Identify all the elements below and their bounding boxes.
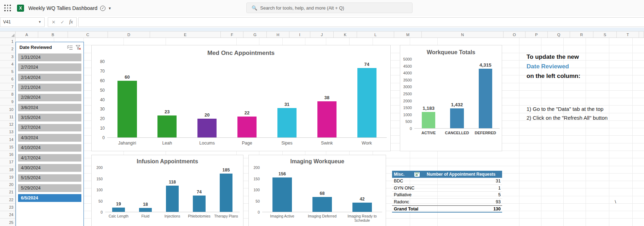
column-header-N[interactable]: N: [422, 32, 504, 38]
column-header-T[interactable]: T: [617, 32, 639, 38]
select-all-corner[interactable]: [0, 32, 16, 38]
pivot-row-GYN ONC[interactable]: GYN ONC1: [392, 185, 502, 192]
document-title[interactable]: Weekly WQ Tallies Dashboard: [28, 5, 97, 11]
row-header-11[interactable]: 11: [0, 113, 15, 121]
chart-infusion-appointments[interactable]: Infusion Appointments 200150100500 19181…: [91, 155, 243, 226]
row-header-9[interactable]: 9: [0, 98, 15, 106]
pivot-row-Radonc[interactable]: Radonc93: [392, 199, 502, 206]
bar-Fluid[interactable]: [139, 208, 152, 212]
column-header-I[interactable]: I: [289, 32, 310, 38]
slicer-item-4/10/2024[interactable]: 4/10/2024: [18, 144, 81, 152]
formula-input[interactable]: [78, 17, 644, 27]
bar-Swink[interactable]: [317, 101, 337, 137]
search-bar[interactable]: 🔍: [246, 2, 413, 13]
name-box-chevron-icon[interactable]: ▼: [38, 20, 41, 24]
row-header-8[interactable]: 8: [0, 91, 15, 98]
slicer-item-5/29/2024[interactable]: 5/29/2024: [18, 184, 81, 192]
pivot-filter-icon[interactable]: [414, 172, 420, 177]
search-input[interactable]: [260, 5, 412, 11]
row-header-16[interactable]: 16: [0, 151, 15, 158]
pivot-grand-total-row[interactable]: Grand Total 130: [392, 205, 502, 213]
bar-ACTIVE[interactable]: [422, 112, 436, 128]
row-header-12[interactable]: 12: [0, 121, 15, 128]
row-header-19[interactable]: 19: [0, 174, 15, 181]
pivot-row-Palliative[interactable]: Palliative5: [392, 192, 502, 199]
slicer-item-5/15/2024[interactable]: 5/15/2024: [18, 174, 81, 182]
column-header-B[interactable]: B: [38, 32, 68, 38]
slicer-item-3/27/2024[interactable]: 3/27/2024: [18, 124, 81, 132]
excel-logo-icon[interactable]: X: [17, 5, 24, 12]
bar-Imaging Ready to Schedule[interactable]: [352, 203, 372, 212]
misc-pivot-table[interactable]: Misc. Number of Appointment Requests BDC…: [392, 171, 502, 213]
column-header-A[interactable]: A: [16, 32, 38, 38]
sheet-grid[interactable]: 1234567891011121314151617181920212223242…: [0, 38, 644, 226]
bar-Sipes[interactable]: [277, 108, 297, 137]
bar-Page[interactable]: [237, 117, 257, 137]
column-header-S[interactable]: S: [593, 32, 617, 38]
bar-Jahangiri[interactable]: [117, 81, 137, 138]
chart-med-onc-appointments[interactable]: Med Onc Appointments 80706050403020100 6…: [91, 45, 391, 151]
cancel-icon[interactable]: ✕: [52, 19, 56, 25]
row-header-10[interactable]: 10: [0, 106, 15, 113]
enter-icon[interactable]: ✓: [61, 19, 64, 25]
multi-select-icon[interactable]: [67, 45, 73, 50]
column-header-H[interactable]: H: [267, 32, 289, 38]
row-header-14[interactable]: 14: [0, 136, 15, 143]
column-header-Q[interactable]: Q: [548, 32, 570, 38]
row-header-18[interactable]: 18: [0, 166, 15, 174]
bar-Imaging Deferred[interactable]: [312, 197, 332, 212]
bar-Work[interactable]: [357, 68, 376, 137]
slicer-item-4/30/2024[interactable]: 4/30/2024: [18, 164, 81, 172]
bar-Leah[interactable]: [157, 115, 177, 137]
column-header-F[interactable]: F: [221, 32, 243, 38]
row-header-5[interactable]: 5: [0, 68, 15, 75]
column-header-O[interactable]: O: [504, 32, 525, 38]
slicer-item-4/17/2024[interactable]: 4/17/2024: [18, 154, 81, 162]
slicer-item-4/3/2024[interactable]: 4/3/2024: [18, 134, 81, 142]
row-header-2[interactable]: 2: [0, 45, 15, 53]
column-header-L[interactable]: L: [357, 32, 394, 38]
slicer-item-2/7/2024[interactable]: 2/7/2024: [18, 63, 81, 71]
bar-Injections[interactable]: [166, 186, 179, 212]
slicer-item-3/15/2024[interactable]: 3/15/2024: [18, 114, 81, 122]
row-header-21[interactable]: 21: [0, 188, 15, 196]
slicer-item-6/5/2024[interactable]: 6/5/2024: [18, 194, 81, 202]
column-header-R[interactable]: R: [570, 32, 593, 38]
column-header-E[interactable]: E: [150, 32, 221, 38]
column-header-G[interactable]: G: [243, 32, 267, 38]
row-header-24[interactable]: 24: [0, 211, 15, 219]
row-header-20[interactable]: 20: [0, 181, 15, 188]
chart-workqueue-totals[interactable]: Workqueue Totals 50004500400035003000250…: [400, 45, 502, 151]
app-launcher-icon[interactable]: [4, 5, 11, 12]
column-header-J[interactable]: J: [310, 32, 334, 38]
bar-Calc Length[interactable]: [112, 208, 125, 212]
slicer-item-2/14/2024[interactable]: 2/14/2024: [18, 74, 81, 81]
slicer-item-2/28/2024[interactable]: 2/28/2024: [18, 94, 81, 102]
bar-Locums[interactable]: [197, 119, 217, 138]
row-header-17[interactable]: 17: [0, 158, 15, 166]
bar-Imaging Active[interactable]: [272, 177, 292, 212]
column-header-D[interactable]: D: [108, 32, 150, 38]
clear-filter-icon[interactable]: [76, 45, 81, 50]
name-box[interactable]: V41 ▼: [0, 17, 45, 27]
row-header-3[interactable]: 3: [0, 53, 15, 61]
row-header-6[interactable]: 6: [0, 75, 15, 83]
row-header-1[interactable]: 1: [0, 38, 15, 45]
chart-imaging-workqueue[interactable]: Imaging Workqueue 200150100500 1566842 I…: [248, 155, 386, 226]
column-header-K[interactable]: K: [334, 32, 357, 38]
bar-CANCELLED[interactable]: [450, 108, 464, 128]
slicer-item-3/6/2024[interactable]: 3/6/2024: [18, 104, 81, 112]
row-header-22[interactable]: 22: [0, 196, 15, 204]
row-header-23[interactable]: 23: [0, 204, 15, 211]
row-header-13[interactable]: 13: [0, 128, 15, 136]
insert-function-icon[interactable]: fx: [69, 19, 73, 25]
row-header-25[interactable]: 25: [0, 219, 15, 226]
slicer-item-1/31/2024[interactable]: 1/31/2024: [18, 53, 81, 61]
column-header-C[interactable]: C: [68, 32, 108, 38]
slicer-item-2/21/2024[interactable]: 2/21/2024: [18, 84, 81, 91]
date-reviewed-slicer[interactable]: Date Reviewed 1/31/20: [16, 42, 84, 226]
bar-DEFERRED[interactable]: [479, 69, 493, 128]
bar-Therapy Plans[interactable]: [220, 174, 232, 212]
pivot-row-BDC[interactable]: BDC31: [392, 178, 502, 185]
row-header-7[interactable]: 7: [0, 83, 15, 91]
